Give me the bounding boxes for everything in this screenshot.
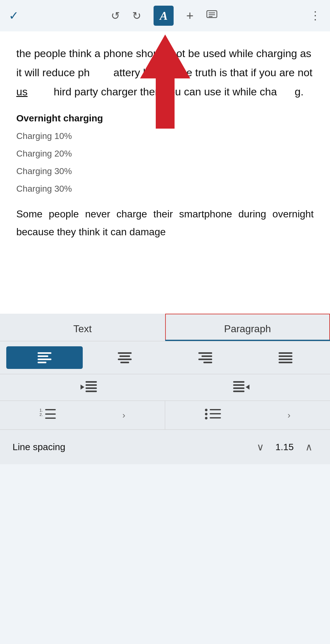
svg-rect-29 [233, 387, 244, 389]
svg-rect-34 [45, 409, 56, 410]
svg-marker-25 [81, 385, 84, 390]
align-left-button[interactable] [6, 346, 83, 369]
indent-row [0, 374, 330, 401]
svg-rect-17 [279, 352, 292, 354]
svg-rect-22 [86, 384, 97, 386]
svg-rect-13 [198, 352, 212, 354]
document-content: the people think a phone should not be u… [0, 31, 330, 314]
line-spacing-value: 1.15 [275, 442, 294, 452]
svg-point-37 [205, 409, 207, 411]
svg-rect-19 [279, 359, 292, 360]
svg-rect-11 [118, 359, 132, 360]
charging-30b-item: Charging 30% [16, 184, 314, 194]
undo-button[interactable]: ↺ [111, 10, 120, 21]
indent-button[interactable] [223, 381, 260, 394]
line-spacing-row: Line spacing ∨ 1.15 ∧ [0, 430, 330, 464]
svg-rect-42 [210, 417, 221, 418]
numbered-list-button[interactable]: 1. 2. [39, 407, 56, 423]
font-format-button[interactable]: A [154, 6, 174, 26]
svg-rect-41 [210, 413, 221, 414]
svg-rect-21 [86, 381, 97, 383]
redo-button[interactable]: ↻ [132, 10, 141, 21]
document-paragraph-1: the people think a phone should not be u… [16, 44, 314, 102]
align-right-button[interactable] [167, 346, 244, 369]
svg-rect-36 [45, 418, 56, 419]
svg-rect-24 [86, 391, 97, 392]
svg-rect-27 [233, 381, 244, 383]
svg-text:1.: 1. [39, 408, 43, 412]
svg-rect-18 [279, 355, 292, 357]
alignment-row [0, 341, 330, 374]
svg-rect-30 [233, 391, 244, 392]
svg-rect-8 [38, 362, 46, 363]
tab-text[interactable]: Text [0, 314, 165, 341]
add-button[interactable]: + [186, 9, 193, 22]
bullet-list-section: › [165, 401, 330, 429]
svg-rect-23 [86, 387, 97, 389]
svg-rect-6 [38, 355, 48, 357]
align-justify-button[interactable] [247, 346, 324, 369]
overnight-charging-heading: Overnight charging [16, 113, 314, 124]
bullet-list-more-button[interactable]: › [287, 410, 290, 420]
svg-rect-12 [120, 362, 129, 363]
svg-point-39 [205, 417, 207, 419]
svg-point-38 [205, 413, 207, 415]
check-button[interactable]: ✓ [9, 10, 19, 22]
svg-rect-28 [233, 384, 244, 386]
svg-rect-5 [38, 352, 51, 354]
svg-rect-15 [198, 359, 212, 360]
svg-rect-16 [203, 362, 212, 363]
numbered-list-section: 1. 2. › [0, 401, 165, 429]
svg-rect-35 [45, 413, 56, 415]
toolbar: ✓ ↺ ↻ A + ⋮ [0, 0, 330, 31]
tab-row: Text Paragraph [0, 314, 330, 341]
bullet-list-button[interactable] [205, 407, 221, 423]
bottom-panel: Text Paragraph [0, 314, 330, 464]
tab-paragraph[interactable]: Paragraph [165, 314, 330, 341]
charging-30a-item: Charging 30% [16, 166, 314, 176]
comment-button[interactable] [206, 9, 217, 22]
align-center-button[interactable] [86, 346, 163, 369]
charging-10-item: Charging 10% [16, 131, 314, 141]
svg-rect-9 [118, 352, 132, 354]
svg-rect-20 [279, 362, 292, 363]
svg-rect-40 [210, 409, 221, 410]
line-spacing-increase-button[interactable]: ∧ [300, 439, 317, 455]
svg-rect-10 [119, 355, 130, 357]
more-options-button[interactable]: ⋮ [310, 10, 321, 21]
svg-marker-31 [246, 385, 249, 390]
charging-20-item: Charging 20% [16, 149, 314, 159]
line-spacing-label: Line spacing [13, 442, 245, 452]
line-spacing-decrease-button[interactable]: ∨ [252, 439, 269, 455]
svg-rect-14 [202, 355, 212, 357]
svg-text:2.: 2. [39, 412, 43, 417]
numbered-list-more-button[interactable]: › [122, 410, 125, 420]
document-paragraph-2: Some people never charge their smartphon… [16, 205, 314, 241]
list-row: 1. 2. › › [0, 401, 330, 430]
outdent-button[interactable] [70, 381, 107, 394]
svg-rect-7 [38, 359, 51, 360]
